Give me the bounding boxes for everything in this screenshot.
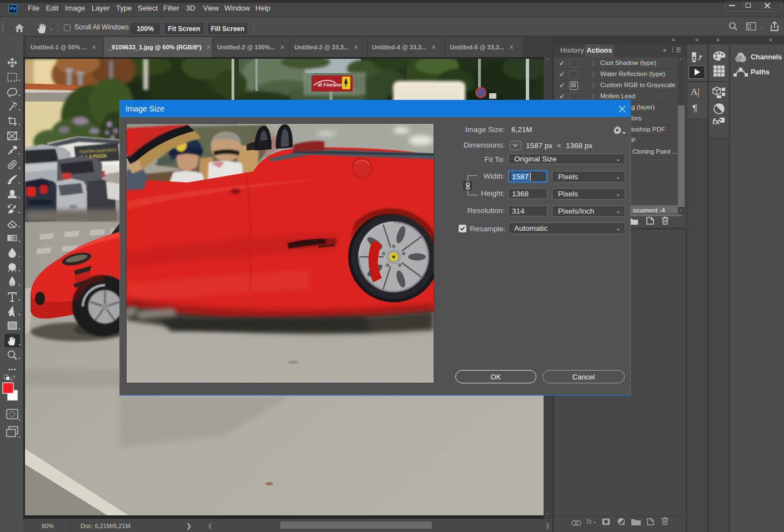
svg-text:di Fiorano: di Fiorano bbox=[318, 82, 342, 88]
